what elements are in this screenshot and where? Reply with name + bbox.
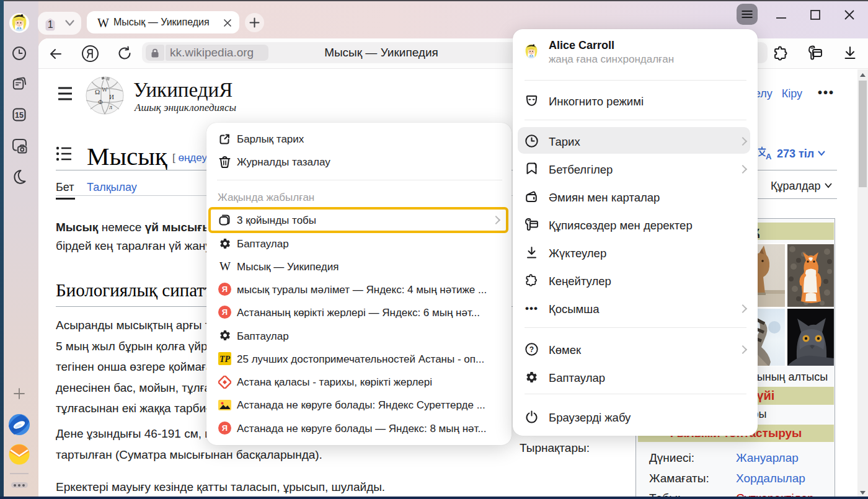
svg-text:TP: TP [219,355,231,364]
svg-text:Я: Я [222,307,228,317]
svg-text:И: И [109,93,114,100]
svg-text:1: 1 [48,19,53,30]
svg-text:15: 15 [15,111,24,120]
svg-text:Ф: Ф [98,99,103,105]
svg-text:Я: Я [222,423,228,433]
svg-text:A: A [766,152,772,160]
svg-text:Ω: Ω [95,88,100,95]
svg-text:Я: Я [222,285,228,294]
svg-text:?: ? [529,345,534,354]
svg-text:л: л [109,104,112,110]
svg-text:W: W [102,86,108,93]
